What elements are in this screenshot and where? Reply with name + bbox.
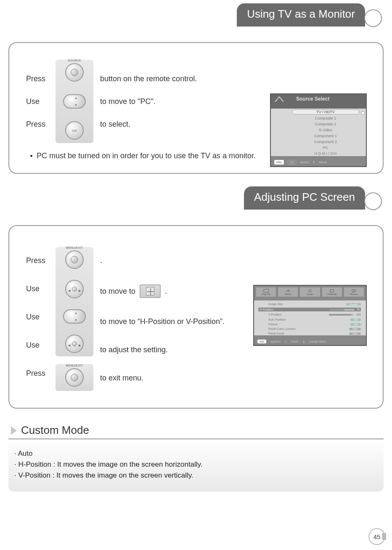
page-number: 45 — [368, 528, 385, 545]
svg-rect-2 — [330, 290, 334, 292]
osd-title: Source Select — [296, 96, 329, 102]
decorative-knob-icon — [364, 9, 382, 27]
osd-footer-select: Select — [300, 160, 309, 164]
leftright-icon: ◇ — [285, 340, 287, 343]
osd-tab: Source — [344, 287, 364, 297]
osd-menu-item: FreezeON — [268, 323, 361, 326]
osd-item: H D M I / DVI — [292, 151, 359, 156]
updown-icon: ⇕ — [313, 160, 315, 164]
step-verb: Press — [26, 74, 56, 83]
leftright-button-icon — [65, 335, 84, 353]
section-header: Adjusting PC Screen — [0, 186, 392, 206]
custom-mode-title: Custom Mode — [21, 424, 89, 437]
custom-mode-line: V-Position : It moves the image on the s… — [14, 471, 378, 480]
osd-img-adj: Img.Adj Setup Audio Channel Source Image… — [253, 285, 367, 346]
osd-item: Component 1 — [292, 134, 359, 138]
osd-footer-hint: top/end — [270, 340, 280, 343]
img-adj-icon — [140, 284, 161, 298]
custom-mode-line: Auto — [14, 449, 378, 458]
osd-menu-item: Panel Color ConversOFF — [268, 327, 361, 330]
step-verb: Use — [26, 97, 56, 106]
osd-source-select: Source Select TV / HDTV Composite 1 Comp… — [270, 93, 367, 167]
section-using-tv-monitor: Using TV as a Monitor Press Use Press SO… — [0, 3, 392, 174]
custom-mode-body: Auto H-Position : It moves the image on … — [8, 439, 384, 492]
section-title: Using TV as a Monitor — [237, 3, 365, 27]
menu-button-icon: MENU/EXIT — [65, 250, 84, 269]
step-desc: . — [100, 256, 363, 265]
info-chip: info — [257, 340, 266, 343]
osd-item-highlight: TV / HDTV — [292, 109, 359, 114]
osd-tab: Audio — [299, 287, 320, 297]
osd-footer: info top/end ◇ move ▲ popup menu — [257, 340, 363, 343]
step-verb: Press — [26, 120, 56, 129]
osd-footer-hint: popup menu — [310, 340, 326, 343]
osd-menu-item: Auto PositionON — [268, 318, 361, 321]
osd-tab: Setup — [278, 287, 298, 297]
updown-button-icon — [63, 94, 86, 109]
osd-tab: Channel — [322, 287, 342, 297]
bullet-icon — [30, 155, 32, 157]
osd-footer-hint: move — [291, 340, 298, 343]
step-verb: Press — [26, 256, 56, 265]
osd-item: Composite 1 — [292, 116, 359, 120]
custom-mode-header: Custom Mode — [8, 424, 384, 439]
step-desc: to adjust the setting. — [100, 345, 363, 354]
osd-item: S-Video — [292, 128, 359, 132]
osd-menu-item: Panel ScrollOFF — [268, 332, 361, 335]
osd-menu-item: Image SizeZoom2 — [268, 303, 361, 306]
step-desc-post: . — [165, 287, 167, 296]
osd-menu-item-highlight: H-Position70 — [258, 308, 361, 311]
source-button-icon: SOURCE — [65, 63, 84, 82]
osd-tab: Img.Adj — [256, 287, 276, 297]
osd-menu-item: V-Position100 — [268, 313, 361, 316]
remote-button-strip: MENU/EXIT — [56, 247, 93, 356]
button-label: SOURCE — [68, 59, 81, 62]
step-desc: button on the remote control. — [100, 74, 363, 83]
osd-item: Component 2 — [292, 140, 359, 144]
step-verb: Use — [26, 313, 56, 321]
custom-mode-section: Custom Mode Auto H-Position : It moves t… — [8, 424, 384, 492]
tv-logo-icon — [274, 96, 284, 104]
section-header: Using TV as a Monitor — [0, 3, 392, 23]
menu-button-icon: MENU/EXIT — [65, 368, 84, 387]
step-verb: Use — [26, 284, 56, 293]
section1-panel: Press Use Press SOURCE OK button on the … — [8, 42, 384, 174]
osd-footer-move: Move — [319, 160, 327, 164]
remote-button-strip: MENU/EXIT — [56, 364, 93, 391]
svg-rect-0 — [264, 289, 269, 292]
button-label: MENU/EXIT — [66, 364, 83, 367]
osd-tabs: Img.Adj Setup Audio Channel Source — [256, 287, 364, 297]
osd-item: Composite 2 — [292, 122, 359, 126]
updown-button-icon — [63, 309, 86, 324]
osd-footer-set: Set — [287, 160, 297, 165]
button-label: MENU/EXIT — [66, 246, 83, 249]
step-verb: Use — [26, 341, 56, 350]
ok-button-icon: OK — [65, 121, 84, 140]
osd-footer: info Set Select ⇕ Move — [274, 160, 363, 165]
step-desc-pre: to move to — [100, 287, 135, 296]
section-title: Adjusting PC Screen — [244, 186, 365, 210]
note-text: PC must be turned on in order for you to… — [37, 151, 256, 160]
section2-panel: Press Use Use Use Press MENU/EXIT — [8, 225, 384, 409]
step-desc: to exit menu. — [100, 374, 363, 383]
chevron-right-icon — [11, 426, 17, 435]
custom-mode-line: H-Position : It moves the image on the s… — [14, 460, 378, 469]
up-icon: ▲ — [302, 340, 305, 343]
remote-button-strip: SOURCE OK — [56, 60, 93, 143]
info-chip: info — [274, 160, 284, 165]
step-verb: Press — [26, 369, 56, 378]
decorative-knob-icon — [364, 192, 382, 210]
leftright-button-icon — [65, 280, 84, 298]
osd-item: PC — [292, 146, 359, 150]
svg-point-1 — [309, 290, 311, 292]
section-adjusting-pc-screen: Adjusting PC Screen Press Use Use Use Pr… — [0, 186, 392, 409]
